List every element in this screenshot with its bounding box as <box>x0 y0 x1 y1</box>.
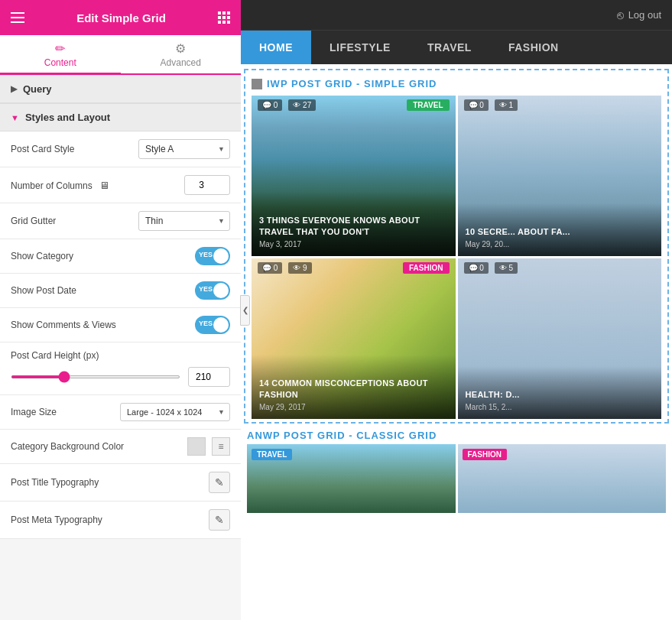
number-of-columns-label: Number of Columns 🖥 <box>11 180 184 191</box>
grid-gutter-label: Grid Gutter <box>11 216 138 226</box>
show-category-label: Show Category <box>11 251 195 261</box>
nav-item-lifestyle[interactable]: LIFESTYLE <box>311 31 409 64</box>
image-size-select-wrapper[interactable]: Thumbnail - 150 x 150 Medium - 300 x 300… <box>120 403 230 421</box>
category-bg-color-label: Category Background Color <box>11 441 187 452</box>
post-card-3-meta-bar: 💬 0 👁 9 FASHION <box>252 258 456 278</box>
post-card-3-views: 👁 9 <box>288 262 311 274</box>
number-of-columns-input[interactable] <box>184 175 230 195</box>
simple-grid-title: IWP POST GRID - SIMPLE GRID <box>252 78 661 89</box>
tab-content[interactable]: ✏ Content <box>0 35 121 75</box>
apps-button[interactable] <box>218 11 230 24</box>
number-of-columns-row: Number of Columns 🖥 <box>0 167 241 203</box>
post-card-height-slider[interactable] <box>11 375 180 378</box>
classic-post-grid: TRAVEL FASHION <box>247 444 666 513</box>
panel-collapse-tab[interactable]: ❮ <box>240 295 250 326</box>
styles-arrow-icon: ▼ <box>11 113 19 122</box>
classic-grid-title: ANWP POST GRID - CLASSIC GRID <box>247 430 666 441</box>
classic-card-1-category: TRAVEL <box>252 449 292 460</box>
post-title-typography-control: ✎ <box>209 472 230 493</box>
show-comments-views-control: YES <box>195 316 230 334</box>
show-category-control: YES <box>195 247 230 265</box>
tab-advanced[interactable]: ⚙ Advanced <box>121 35 242 75</box>
post-card-style-select[interactable]: Style A Style B Style C <box>138 139 230 159</box>
post-card-1-meta-bar: 💬 0 👁 27 TRAVEL <box>252 96 456 115</box>
simple-post-grid: 💬 0 👁 27 TRAVEL 3 THINGS EVERYONE KNOWS … <box>252 96 661 419</box>
styles-layout-section-header[interactable]: ▼ Styles and Layout <box>0 103 241 131</box>
pencil-icon: ✏ <box>55 41 65 56</box>
post-card-4-comments: 💬 0 <box>464 262 489 274</box>
post-card-style-label: Post Card Style <box>11 144 138 154</box>
hamburger-menu-button[interactable] <box>11 12 24 23</box>
post-meta-typography-edit-button[interactable]: ✎ <box>209 509 230 531</box>
site-preview: HOME LIFESTYLE TRAVEL FASHION IWP POST G… <box>241 31 672 620</box>
classic-card-1: TRAVEL <box>247 444 456 513</box>
toggle-yes-label: YES <box>199 251 213 258</box>
post-meta-typography-row: Post Meta Typography ✎ <box>0 502 241 539</box>
image-size-select[interactable]: Thumbnail - 150 x 150 Medium - 300 x 300… <box>120 403 230 421</box>
show-comments-views-toggle[interactable]: YES <box>195 316 230 334</box>
nav-item-travel[interactable]: TRAVEL <box>409 31 490 64</box>
post-card-2-date: May 29, 20... <box>466 240 654 248</box>
post-card-2-overlay: 10 SECRE... ABOUT FA... May 29, 20... <box>458 203 662 256</box>
site-nav: HOME LIFESTYLE TRAVEL FASHION <box>241 31 672 64</box>
post-title-typography-label: Post Title Typography <box>11 477 209 488</box>
show-post-date-control: YES <box>195 281 230 300</box>
grid-gutter-control: None Thin Normal Wide <box>138 211 230 231</box>
show-category-toggle[interactable]: YES <box>195 247 230 265</box>
post-card-height-input[interactable] <box>188 367 230 387</box>
post-card-4-views: 👁 5 <box>495 262 518 274</box>
post-title-typography-edit-button[interactable]: ✎ <box>209 472 230 493</box>
post-card-2: 💬 0 👁 1 10 SECRE... ABOUT FA... May 29, … <box>458 96 662 256</box>
grid-gutter-select-wrapper[interactable]: None Thin Normal Wide <box>138 211 230 231</box>
post-card-1-overlay: 3 THINGS EVERYONE KNOWS ABOUT TRAVEL THA… <box>252 192 456 256</box>
classic-card-2: FASHION <box>458 444 667 513</box>
image-size-label: Image Size <box>11 407 120 417</box>
post-card-2-views: 👁 1 <box>495 99 518 111</box>
post-card-3-overlay: 14 COMMON MISCONCEPTIONS ABOUT FASHION M… <box>252 355 456 419</box>
logout-button[interactable]: ⎋ Log out <box>617 8 661 21</box>
post-card-4-title: HEALTH: D... <box>466 389 654 400</box>
left-panel: Edit Simple Grid ✏ Content ⚙ Advanced ▶ <box>0 0 241 620</box>
show-post-date-toggle[interactable]: YES <box>195 281 230 300</box>
post-card-1-title: 3 THINGS EVERYONE KNOWS ABOUT TRAVEL THA… <box>259 215 448 237</box>
post-card-3-date: May 29, 2017 <box>259 403 448 411</box>
toggle-yes-label3: YES <box>199 320 213 327</box>
show-category-row: Show Category YES <box>0 239 241 274</box>
show-comments-views-row: Show Comments & Views YES <box>0 308 241 342</box>
grid-section-icon <box>252 79 262 89</box>
post-card-3: 💬 0 👁 9 FASHION 14 COMMON MISCONCEPTIONS… <box>252 258 456 419</box>
post-card-height-row: Post Card Height (px) <box>0 342 241 395</box>
monitor-icon: 🖥 <box>99 180 109 191</box>
right-topbar: ⎋ Log out <box>241 0 672 31</box>
image-size-control: Thumbnail - 150 x 150 Medium - 300 x 300… <box>120 403 230 421</box>
post-card-height-controls <box>11 367 230 387</box>
gear-icon: ⚙ <box>175 41 186 56</box>
panel-title: Edit Simple Grid <box>76 11 166 24</box>
nav-item-home[interactable]: HOME <box>241 31 311 64</box>
grid-gutter-select[interactable]: None Thin Normal Wide <box>138 211 230 231</box>
query-section-header[interactable]: ▶ Query <box>0 75 241 103</box>
panel-header: Edit Simple Grid <box>0 0 241 35</box>
post-card-style-select-wrapper[interactable]: Style A Style B Style C <box>138 139 230 159</box>
post-card-2-title: 10 SECRE... ABOUT FA... <box>466 226 654 237</box>
post-card-4-date: March 15, 2... <box>466 403 654 411</box>
post-card-height-label: Post Card Height (px) <box>11 350 230 361</box>
classic-grid-section: ANWP POST GRID - CLASSIC GRID TRAVEL FAS… <box>241 430 672 519</box>
nav-item-fashion[interactable]: FASHION <box>490 31 577 64</box>
post-card-1-date: May 3, 2017 <box>259 240 448 248</box>
show-comments-views-label: Show Comments & Views <box>11 320 195 330</box>
logout-icon: ⎋ <box>617 8 624 21</box>
classic-card-2-category: FASHION <box>463 449 507 460</box>
image-size-row: Image Size Thumbnail - 150 x 150 Medium … <box>0 395 241 430</box>
post-card-4-meta-bar: 💬 0 👁 5 <box>458 258 662 278</box>
category-bg-color-control: ≡ <box>187 437 230 456</box>
post-card-2-comments: 💬 0 <box>464 99 489 111</box>
post-card-4-overlay: HEALTH: D... March 15, 2... <box>458 366 662 419</box>
styles-layout-section-label: Styles and Layout <box>25 112 110 123</box>
color-swatch-button[interactable] <box>187 437 206 456</box>
logout-label: Log out <box>628 9 661 21</box>
color-clear-button[interactable]: ≡ <box>212 437 230 456</box>
post-card-style-row: Post Card Style Style A Style B Style C <box>0 131 241 167</box>
post-title-typography-row: Post Title Typography ✎ <box>0 464 241 502</box>
show-post-date-label: Show Post Date <box>11 285 195 296</box>
